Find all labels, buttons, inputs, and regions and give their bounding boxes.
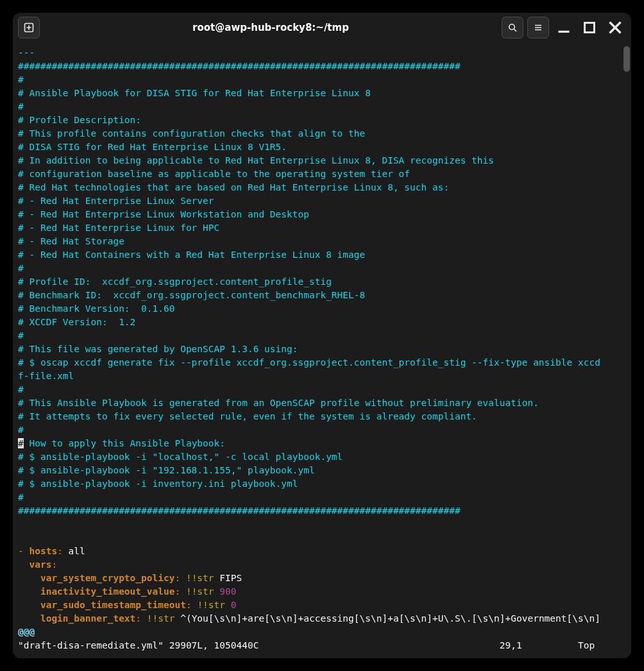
close-icon [604, 17, 626, 38]
scrollbar-thumb[interactable] [623, 46, 630, 72]
terminal-content[interactable]: --- ####################################… [18, 46, 618, 625]
maximize-icon [579, 17, 600, 38]
titlebar: root@awp-hub-rocky8:~/tmp [13, 13, 631, 42]
plus-box-icon [24, 22, 34, 33]
vim-status-line: @@@ "draft-disa-remediate.yml" 29907L, 1… [18, 625, 618, 652]
search-button[interactable] [502, 17, 523, 38]
window-title: root@awp-hub-rocky8:~/tmp [44, 22, 498, 33]
maximize-button[interactable] [579, 17, 600, 38]
minimize-icon [553, 17, 575, 38]
new-tab-button[interactable] [18, 17, 40, 38]
svg-point-3 [509, 24, 514, 30]
close-button[interactable] [604, 17, 626, 38]
menu-button[interactable] [527, 17, 549, 38]
terminal-body[interactable]: --- ####################################… [13, 42, 631, 658]
svg-rect-9 [585, 23, 595, 33]
terminal-window: root@awp-hub-rocky8:~/tmp [13, 13, 631, 658]
hamburger-icon [533, 22, 543, 33]
search-icon [507, 22, 518, 33]
scrollbar-track[interactable] [623, 46, 630, 654]
svg-line-4 [514, 29, 516, 31]
minimize-button[interactable] [553, 17, 575, 38]
